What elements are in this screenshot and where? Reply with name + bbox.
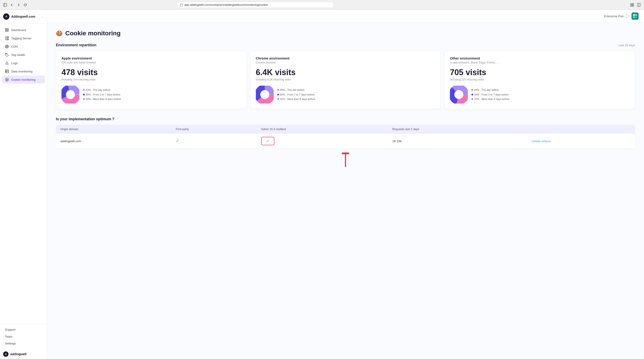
sidebar-item-data-monitoring[interactable]: Data monitoring (2, 67, 45, 75)
svg-point-39 (260, 90, 269, 99)
apple-card-returning: Including 214 returning visits (62, 78, 241, 81)
page-title: Cookie monitoring (65, 30, 120, 37)
environment-title: Environment repartition (56, 43, 96, 47)
chrome-chart-legend: 39% - The day before 36% - From 2 to 7 d… (277, 88, 315, 102)
col-requests: Requests last 2 days (388, 125, 527, 134)
first-party-check-icon: ✓ (176, 139, 179, 143)
tag-icon (5, 53, 9, 57)
globe-icon (5, 44, 9, 48)
main-content: Enterprise Plan 🍪 Cookie monitoring (47, 10, 644, 359)
sidebar-item-logs-label: Logs (11, 62, 18, 65)
safari-highlight-box: ✓ (261, 137, 274, 145)
sidebar-item-settings[interactable]: Settings (2, 340, 45, 347)
sidebar-header[interactable]: A Addingwell.com ⌄ (0, 10, 47, 24)
domain-cell: addingwell.com (56, 134, 171, 149)
implementation-table: Origin domain First-party Safari 16.4 re… (56, 125, 635, 148)
split-view-btn[interactable] (636, 2, 641, 8)
plan-status-icon (625, 14, 629, 18)
svg-point-24 (5, 78, 8, 81)
implementation-section: Is your implementation optimum ? Origin … (56, 117, 635, 168)
sidebar-brand-name: Addingwell.com (11, 15, 40, 18)
reload-btn[interactable] (23, 2, 28, 8)
sidebar-item-tag-health[interactable]: Tag health (2, 51, 45, 59)
sidebar-logo: A (3, 14, 10, 20)
svg-rect-2 (630, 3, 632, 5)
other-card-subtitle: In-app browsers, Brave, Edge, Firefox, .… (450, 61, 630, 64)
other-card-chart: 29% - The day before 34% - From 2 to 7 d… (450, 86, 630, 104)
svg-rect-10 (5, 30, 7, 32)
sidebar-item-tag-health-label: Tag health (11, 53, 25, 56)
plan-label: Enterprise Plan (604, 14, 624, 18)
other-env-card: Other environment In-app browsers, Brave… (444, 51, 635, 109)
svg-rect-4 (630, 5, 632, 6)
red-arrow-icon (340, 152, 351, 168)
sidebar-bottom-brand-name: addingwell (10, 352, 26, 356)
apple-card-visits: 478 visits (62, 68, 241, 77)
apple-card-chart: 43% - The day before 28% - From 2 to 7 d… (62, 86, 241, 104)
sidebar-item-cdn-label: CDN (11, 45, 18, 48)
sidebar-chevron-icon: ⌄ (41, 15, 44, 18)
safari-cell: ✓ (257, 134, 388, 149)
col-action (527, 125, 635, 134)
chrome-card-chart: 39% - The day before 36% - From 2 to 7 d… (256, 86, 435, 104)
sidebar-item-tagging-server-label: Tagging Server (11, 37, 32, 40)
sidebar-item-support-label: Support (5, 328, 16, 331)
forward-btn[interactable] (16, 2, 21, 8)
chrome-card-returning: Including 4.2K returning visits (256, 78, 435, 81)
svg-rect-20 (5, 70, 8, 73)
apple-card-subtitle: iOS visits and Safari browser (62, 61, 241, 64)
other-card-title: Other environment (450, 56, 630, 60)
sidebar-bottom-logo: A (3, 352, 8, 357)
svg-point-14 (8, 37, 8, 38)
cookie-restore-link[interactable]: Cookie restore (532, 140, 550, 143)
page-content: 🍪 Cookie monitoring Environment repartit… (47, 22, 644, 175)
svg-rect-31 (635, 16, 637, 18)
apple-pie-chart (62, 86, 80, 104)
col-safari-resilient: Safari 16.4 resilient (257, 125, 388, 134)
svg-point-35 (66, 90, 75, 99)
other-pie-chart (450, 86, 468, 104)
back-btn[interactable] (10, 2, 14, 8)
browser-chrome: app.addingwell.com/containers/addingwell… (0, 0, 644, 10)
sidebar-item-dashboard[interactable]: Dashboard (2, 26, 45, 34)
svg-rect-5 (632, 5, 634, 6)
svg-rect-11 (7, 30, 8, 32)
safari-check-icon: ✓ (266, 138, 270, 144)
svg-point-27 (6, 80, 7, 80)
sidebar: A Addingwell.com ⌄ Dashboard (0, 10, 47, 359)
other-chart-legend: 29% - The day before 34% - From 2 to 7 d… (471, 88, 510, 102)
svg-rect-0 (4, 3, 7, 6)
sidebar-item-tagging-server[interactable]: Tagging Server (2, 34, 45, 42)
annotation-container (56, 151, 635, 168)
address-bar[interactable]: app.addingwell.com/containers/addingwell… (177, 2, 334, 8)
sidebar-nav: Dashboard Tagging Server (0, 24, 47, 324)
sidebar-toggle-btn[interactable] (3, 2, 8, 8)
svg-rect-30 (633, 16, 635, 18)
sidebar-item-cdn[interactable]: CDN (2, 42, 45, 50)
chrome-card-subtitle: Chrome browser (256, 61, 435, 64)
svg-point-26 (7, 79, 8, 80)
triangle-icon (5, 61, 9, 65)
action-cell[interactable]: Cookie restore (527, 134, 635, 149)
chrome-card-title: Chrome environment (256, 56, 435, 60)
sidebar-item-team[interactable]: Team (2, 333, 45, 340)
chrome-env-card: Chrome environment Chrome browser 6.4K v… (250, 51, 441, 109)
extensions-btn[interactable] (630, 2, 634, 8)
apple-card-title: Apple environment (62, 56, 241, 60)
environment-date-range: Last 28 days (618, 44, 635, 47)
sidebar-item-support[interactable]: Support (2, 326, 45, 333)
app-icon (632, 12, 639, 20)
implementation-title: Is your implementation optimum ? (56, 117, 635, 121)
sidebar-item-dashboard-label: Dashboard (11, 28, 26, 32)
svg-point-15 (8, 39, 8, 40)
sidebar-item-settings-label: Settings (5, 342, 16, 345)
sidebar-item-data-monitoring-label: Data monitoring (11, 70, 32, 73)
chrome-card-visits: 6.4K visits (256, 68, 435, 77)
svg-rect-29 (635, 14, 637, 16)
other-card-visits: 705 visits (450, 68, 630, 77)
sidebar-item-cookie-monitoring[interactable]: Cookie monitoring (2, 76, 45, 84)
table-icon (5, 69, 9, 73)
arrow-annotation (340, 152, 351, 168)
table-header-row: Origin domain First-party Safari 16.4 re… (56, 125, 635, 134)
sidebar-item-logs[interactable]: Logs (2, 59, 45, 67)
